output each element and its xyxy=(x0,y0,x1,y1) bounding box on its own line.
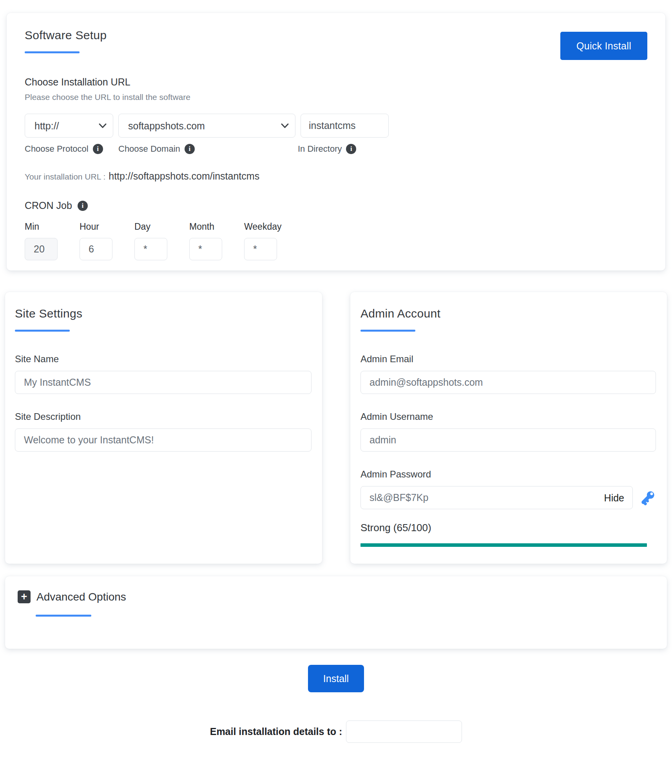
directory-label-group: In Directory i xyxy=(298,144,356,154)
protocol-label: Choose Protocol xyxy=(25,144,89,154)
title-underline xyxy=(15,330,70,332)
domain-select[interactable]: softappshots.com xyxy=(118,114,295,138)
admin-email-input[interactable] xyxy=(360,371,656,394)
admin-username-input[interactable] xyxy=(360,428,656,452)
installation-url-result-label: Your installation URL : xyxy=(25,172,105,181)
protocol-label-group: Choose Protocol i xyxy=(25,144,103,154)
installation-url-result-value: http://softappshots.com/instantcms xyxy=(109,171,259,181)
info-icon[interactable]: i xyxy=(93,144,103,154)
title-underline xyxy=(36,615,91,617)
installation-url-subheading: Please choose the URL to install the sof… xyxy=(25,93,647,102)
installation-url-labels: Choose Protocol i Choose Domain i In Dir… xyxy=(25,144,647,156)
generate-password-button[interactable] xyxy=(639,490,656,506)
software-setup-title-block: Software Setup xyxy=(25,29,107,53)
password-strength-bar xyxy=(360,543,647,547)
admin-account-card: Admin Account Admin Email Admin Username… xyxy=(350,292,667,564)
admin-account-title: Admin Account xyxy=(360,307,656,320)
domain-select-wrap: softappshots.com xyxy=(118,114,295,138)
email-details-input[interactable] xyxy=(346,720,462,743)
site-settings-title: Site Settings xyxy=(15,307,312,320)
password-strength-text: Strong (65/100) xyxy=(360,522,656,534)
info-icon[interactable]: i xyxy=(346,144,356,154)
directory-label: In Directory xyxy=(298,144,342,154)
cron-hour-label: Hour xyxy=(80,221,99,232)
cron-heading: CRON Job xyxy=(25,200,72,211)
cron-day-input[interactable] xyxy=(134,238,167,260)
key-icon xyxy=(639,490,656,506)
protocol-select[interactable]: http:// xyxy=(25,114,113,138)
install-button[interactable]: Install xyxy=(308,665,364,692)
cron-month-label: Month xyxy=(189,221,214,232)
site-description-input[interactable] xyxy=(15,428,312,452)
installation-url-result: Your installation URL :http://softappsho… xyxy=(25,171,647,182)
admin-password-row: Hide xyxy=(360,486,656,509)
site-name-label: Site Name xyxy=(15,354,312,365)
quick-install-button[interactable]: Quick Install xyxy=(560,32,647,60)
title-underline xyxy=(360,330,415,332)
cron-heading-row: CRON Job i xyxy=(25,200,647,211)
info-icon[interactable]: i xyxy=(185,144,195,154)
advanced-options-title: Advanced Options xyxy=(36,591,126,603)
password-hide-toggle[interactable]: Hide xyxy=(604,492,624,503)
advanced-options-toggle[interactable]: + Advanced Options xyxy=(18,590,654,603)
email-details-label: Email installation details to : xyxy=(210,726,342,737)
cron-min-input[interactable] xyxy=(25,238,58,260)
page-title: Software Setup xyxy=(25,29,107,42)
site-settings-card: Site Settings Site Name Site Description xyxy=(5,292,322,564)
admin-password-input[interactable] xyxy=(360,486,633,509)
cron-day-label: Day xyxy=(134,221,150,232)
advanced-options-card: + Advanced Options xyxy=(5,576,667,649)
plus-square-icon[interactable]: + xyxy=(18,590,31,603)
cron-month-input[interactable] xyxy=(189,238,222,260)
info-icon[interactable]: i xyxy=(78,201,88,211)
admin-email-label: Admin Email xyxy=(360,354,656,365)
domain-label-group: Choose Domain i xyxy=(118,144,195,154)
software-setup-card: Software Setup Quick Install Choose Inst… xyxy=(7,13,665,270)
site-description-label: Site Description xyxy=(15,411,312,422)
directory-input[interactable] xyxy=(301,114,389,138)
software-setup-header: Software Setup Quick Install xyxy=(25,29,647,60)
cron-weekday-input[interactable] xyxy=(244,238,277,260)
install-button-row: Install xyxy=(0,665,672,692)
installation-url-row: http:// softappshots.com xyxy=(25,114,647,138)
protocol-select-wrap: http:// xyxy=(25,114,113,138)
site-name-input[interactable] xyxy=(15,371,312,394)
cron-labels-row: Min Hour Day Month Weekday xyxy=(25,221,647,232)
email-details-row: Email installation details to : xyxy=(0,720,672,743)
cron-weekday-label: Weekday xyxy=(244,221,281,232)
cron-min-label: Min xyxy=(25,221,39,232)
admin-username-label: Admin Username xyxy=(360,411,656,422)
cron-hour-input[interactable] xyxy=(80,238,112,260)
admin-password-label: Admin Password xyxy=(360,469,656,480)
cron-inputs-row xyxy=(25,238,647,260)
settings-row: Site Settings Site Name Site Description… xyxy=(5,292,667,564)
domain-label: Choose Domain xyxy=(118,144,180,154)
installation-url-heading: Choose Installation URL xyxy=(25,76,647,88)
admin-password-field: Hide xyxy=(360,486,633,509)
title-underline xyxy=(25,51,80,53)
